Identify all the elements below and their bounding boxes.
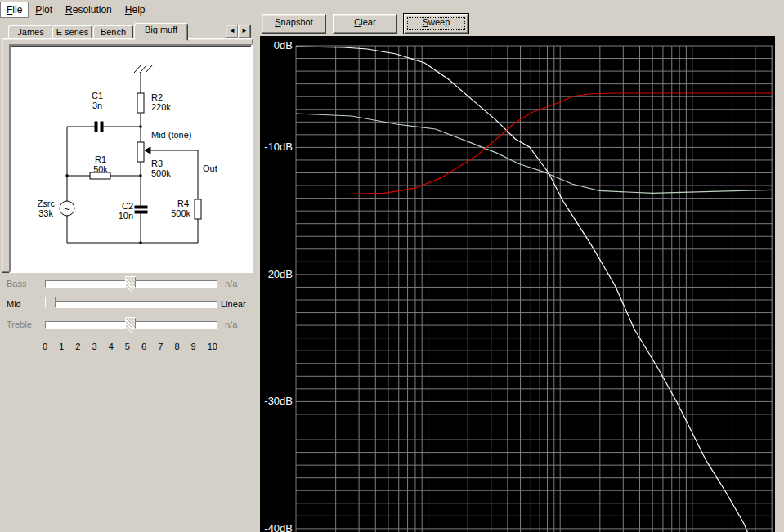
scale-number: 2	[75, 342, 80, 351]
scale-number: 8	[174, 342, 179, 351]
frequency-response-plot[interactable]: 0dB-10dB-20dB-30dB-40dB	[260, 36, 775, 532]
scale-number: 1	[59, 342, 64, 351]
scale-number: 7	[158, 342, 163, 351]
tab-scroll-left-icon[interactable]: ◄	[226, 25, 239, 38]
label-r3-value: 500k	[151, 168, 171, 178]
bass-slider-value: n/a	[225, 279, 237, 288]
y-axis-tick-label: -30dB	[264, 395, 293, 407]
label-r3: R3	[151, 159, 163, 168]
label-r4-value: 500k	[171, 208, 190, 218]
label-c1-value: 3n	[92, 101, 102, 110]
sweep-button[interactable]: Sweep	[404, 14, 468, 34]
slider-label-mid: Mid	[7, 299, 43, 309]
junction-dots	[66, 126, 142, 244]
label-mid-tone: Mid (tone)	[151, 130, 192, 140]
tab-page-big-muff: C1 3n R2 220k Mid (tone) R3 500k R1 50k …	[2, 38, 253, 273]
label-out: Out	[203, 163, 217, 173]
scale-number: 10	[208, 342, 217, 351]
scale-number: 6	[141, 342, 146, 351]
mid-slider-thumb[interactable]	[45, 297, 56, 313]
circuit-schematic: C1 3n R2 220k Mid (tone) R3 500k R1 50k …	[12, 47, 249, 270]
label-r4: R4	[177, 199, 189, 208]
label-r1-value: 50k	[93, 164, 108, 174]
plot-canvas: 0dB-10dB-20dB-30dB-40dB	[260, 36, 775, 532]
sine-glyph: ~	[64, 203, 70, 215]
ground-symbol	[134, 65, 153, 73]
label-c2: C2	[122, 201, 133, 211]
menu-resolution[interactable]: Resolution	[59, 2, 119, 18]
treble-slider-value: n/a	[225, 320, 237, 329]
scale-number: 0	[43, 342, 47, 351]
y-axis-tick-label: -20dB	[264, 268, 293, 280]
resistor-r2	[137, 93, 144, 113]
pot-wiper-arrow	[145, 147, 150, 154]
scale-number: 4	[109, 342, 114, 351]
clear-button[interactable]: Clear	[333, 14, 397, 34]
tab-strip: James E series Bench Big muff ◄ ►	[2, 23, 253, 39]
y-axis-tick-label: -10dB	[264, 141, 293, 153]
curve-snapshot-lowpass	[296, 47, 749, 532]
label-r2: R2	[151, 92, 163, 102]
label-zsrc-value: 33k	[38, 208, 53, 218]
mid-slider-value: Linear	[221, 299, 246, 309]
potentiometer-r3	[137, 142, 144, 162]
capacitor-c2	[135, 206, 147, 213]
y-axis-tick-label: -40dB	[264, 522, 293, 532]
menu-plot[interactable]: Plot	[29, 2, 59, 18]
scale-number: 9	[191, 342, 196, 351]
circuit-diagram-panel: C1 3n R2 220k Mid (tone) R3 500k R1 50k …	[9, 44, 253, 273]
label-zsrc: Zsrc	[38, 199, 56, 208]
tab-big-muff[interactable]: Big muff	[134, 23, 188, 41]
label-c1: C1	[92, 91, 103, 101]
slider-scale: 012345678910	[43, 342, 217, 351]
label-c2-value: 10n	[119, 211, 133, 221]
menu-help[interactable]: Help	[119, 2, 152, 18]
snapshot-button[interactable]: Snapshot	[262, 14, 326, 34]
capacitor-c1	[95, 122, 103, 132]
tab-scroll-right-icon[interactable]: ►	[238, 25, 251, 38]
menu-file[interactable]: File	[0, 2, 29, 18]
scale-number: 3	[92, 342, 97, 351]
resistor-r4	[195, 199, 201, 219]
label-r1: R1	[95, 154, 106, 164]
slider-label-treble: Treble	[7, 320, 43, 329]
treble-slider-thumb[interactable]	[125, 317, 136, 333]
y-axis-tick-label: 0dB	[274, 39, 293, 51]
label-r2-value: 220k	[151, 102, 171, 112]
app-window: { "menu": { "items": [ {"label": "File",…	[0, 0, 784, 532]
bass-slider-thumb[interactable]	[125, 276, 136, 293]
scale-number: 5	[125, 342, 130, 351]
mid-slider-track[interactable]	[45, 301, 217, 308]
slider-label-bass: Bass	[7, 279, 43, 288]
tone-stack-tab-control: James E series Bench Big muff ◄ ►	[2, 23, 253, 273]
curve-current-response	[296, 93, 773, 194]
